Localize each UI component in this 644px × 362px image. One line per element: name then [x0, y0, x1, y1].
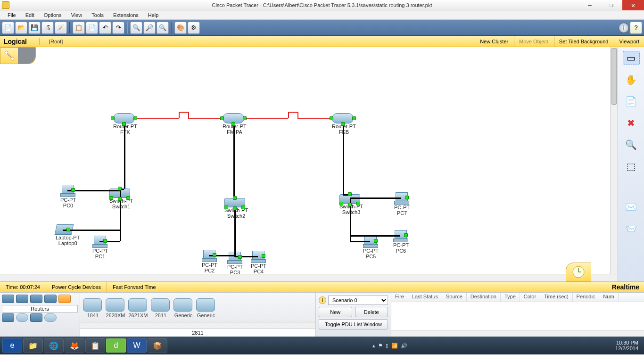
physical-view-icon[interactable]: [18, 48, 35, 64]
taskbar-app-icon[interactable]: 📋: [85, 338, 105, 353]
realtime-label: Realtime: [607, 283, 644, 291]
menu-options[interactable]: Options: [39, 11, 66, 19]
copy-button[interactable]: 📋: [73, 22, 85, 34]
resize-shape-tool[interactable]: ⬚: [623, 159, 640, 173]
pdu-header-cell: Source: [442, 293, 467, 302]
print-button[interactable]: 🖨: [41, 22, 54, 34]
wireless-category-icon[interactable]: [44, 295, 57, 303]
vertical-scrollbar[interactable]: [610, 47, 618, 274]
multiuser-category-icon[interactable]: [44, 313, 57, 322]
taskbar-firefox-icon[interactable]: 🦊: [65, 338, 84, 353]
switches-category-icon[interactable]: [16, 295, 28, 303]
zoom-in-button[interactable]: 🔍: [130, 22, 142, 34]
redo-button[interactable]: ↷: [112, 22, 124, 34]
hubs-category-icon[interactable]: [30, 295, 42, 303]
scenario-new-button[interactable]: New: [319, 307, 352, 317]
logical-view-icon[interactable]: [0, 48, 18, 64]
device-list-item[interactable]: 2621XM: [128, 298, 148, 318]
menu-tools[interactable]: Tools: [87, 11, 108, 19]
inspect-tool[interactable]: 🔍: [623, 138, 640, 152]
delete-tool[interactable]: ✖: [623, 116, 640, 130]
system-tray[interactable]: ▴ ⚑ ▯ 📶 🔊: [372, 343, 407, 349]
select-tool[interactable]: ▭: [623, 51, 640, 65]
zoom-out-button[interactable]: 🔍: [157, 22, 169, 34]
device-list-item[interactable]: Generic: [173, 298, 193, 318]
taskbar-packet-tracer-icon[interactable]: 📦: [148, 338, 167, 353]
clock-icon: [571, 265, 586, 279]
paste-button[interactable]: 📄: [86, 22, 98, 34]
toolbar-separator: [69, 22, 70, 33]
routers-category-icon[interactable]: [2, 295, 14, 303]
menu-help[interactable]: Help: [143, 11, 164, 19]
menu-extensions[interactable]: Extensions: [108, 11, 143, 19]
horizontal-scrollbar[interactable]: [0, 274, 618, 281]
activity-wizard-button[interactable]: 🪄: [55, 22, 67, 34]
scenario-panel: i Scenario 0 New Delete Toggle PDU List …: [316, 293, 391, 337]
viewport-button[interactable]: Viewport: [614, 36, 644, 47]
pdu-header-cell: Fire: [391, 293, 408, 302]
time-bar: Time: 00:07:24 Power Cycle Devices Fast …: [0, 282, 644, 292]
bottom-panel: Routers 18412620XM2621XM2811GenericGener…: [0, 292, 644, 337]
taskbar-word-icon[interactable]: W: [127, 338, 147, 353]
taskbar-ie-icon[interactable]: e: [2, 338, 22, 353]
device-list-scrollbar[interactable]: [80, 322, 315, 329]
add-complex-pdu-tool[interactable]: 📨: [623, 222, 640, 236]
move-object-button[interactable]: Move Object: [514, 36, 553, 47]
taskbar-app-icon[interactable]: d: [106, 338, 126, 353]
wan-emulation-category-icon[interactable]: [16, 313, 28, 322]
move-layout-tool[interactable]: ✋: [623, 73, 640, 87]
set-tiled-background-button[interactable]: Set Tiled Background: [554, 36, 613, 47]
draw-palette-button[interactable]: 🎨: [174, 22, 187, 34]
device-list-item[interactable]: 2811: [151, 298, 171, 318]
scenario-select[interactable]: Scenario 0: [328, 296, 388, 305]
cluster-root-button[interactable]: [Root]: [40, 39, 72, 44]
pdu-header-cell: Destination: [467, 293, 501, 302]
undo-button[interactable]: ↶: [99, 22, 111, 34]
menu-view[interactable]: View: [66, 11, 87, 19]
zoom-reset-button[interactable]: 🔎: [143, 22, 156, 34]
taskbar-clock[interactable]: 10:30 PM 12/2/2014: [611, 340, 642, 351]
tray-network-icon[interactable]: 📶: [391, 343, 398, 349]
taskbar-app-icon[interactable]: 🌐: [44, 338, 64, 353]
toolbar-separator: [127, 22, 128, 33]
device-list-item[interactable]: 2620XM: [106, 298, 125, 318]
network-info-button[interactable]: i: [619, 23, 629, 33]
pdu-header-cell: Last Status: [408, 293, 442, 302]
new-cluster-button[interactable]: New Cluster: [475, 36, 513, 47]
pdu-list-scrollbar[interactable]: [391, 330, 644, 337]
power-cycle-button[interactable]: Power Cycle Devices: [46, 282, 107, 292]
end-devices-category-icon[interactable]: [2, 313, 14, 322]
taskbar-explorer-icon[interactable]: 📁: [23, 338, 43, 353]
pdu-header-cell: Periodic: [573, 293, 600, 302]
connections-category-icon[interactable]: [58, 295, 71, 303]
topology-canvas[interactable]: Router-PTFTKRouter-PTFMIPARouter-PTFEBSw…: [0, 47, 618, 274]
device-list-item[interactable]: 1841: [83, 298, 103, 318]
tray-volume-icon[interactable]: 🔊: [401, 343, 407, 349]
custom-made-category-icon[interactable]: [30, 313, 42, 322]
tray-up-icon[interactable]: ▴: [372, 343, 375, 349]
device-list: 18412620XM2621XM2811GenericGeneric 2811: [80, 293, 316, 337]
help-button[interactable]: ?: [630, 22, 642, 34]
window-titlebar: Cisco Packet Tracer - C:\Users\Albert\Ci…: [0, 0, 644, 10]
menu-file[interactable]: File: [3, 11, 21, 19]
custom-devices-button[interactable]: ⚙: [188, 22, 200, 34]
svg-line-2: [7, 54, 11, 58]
selected-device-label: 2811: [80, 329, 315, 337]
fast-forward-button[interactable]: Fast Forward Time: [107, 282, 162, 292]
add-simple-pdu-tool[interactable]: ✉️: [623, 200, 640, 214]
open-file-button[interactable]: 📂: [15, 22, 27, 34]
scenario-info-icon[interactable]: i: [319, 296, 326, 304]
tray-battery-icon[interactable]: ▯: [386, 343, 388, 349]
tray-flag-icon[interactable]: ⚑: [378, 343, 383, 349]
scenario-delete-button[interactable]: Delete: [355, 307, 388, 317]
place-note-tool[interactable]: 📄: [623, 94, 640, 108]
new-file-button[interactable]: 📄: [2, 22, 14, 34]
common-tools-bar: ▭ ✋ 📄 ✖ 🔍 ⬚ ✉️ 📨: [618, 47, 644, 281]
logical-physical-toggle[interactable]: [0, 47, 36, 64]
toggle-pdu-list-button[interactable]: Toggle PDU List Window: [319, 319, 388, 329]
device-list-item[interactable]: Generic: [196, 298, 216, 318]
menu-bar: File Edit Options View Tools Extensions …: [0, 10, 644, 20]
menu-edit[interactable]: Edit: [21, 11, 39, 19]
save-file-button[interactable]: 💾: [28, 22, 41, 34]
realtime-simulation-toggle[interactable]: [566, 263, 591, 281]
